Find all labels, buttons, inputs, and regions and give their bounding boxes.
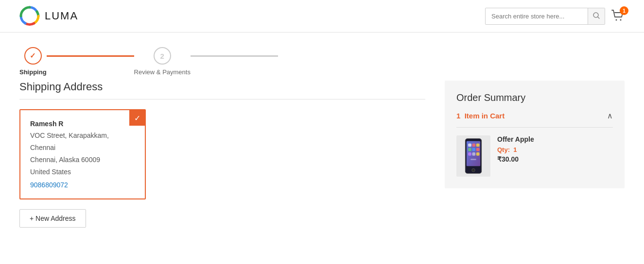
step-line-2 (191, 55, 278, 57)
svg-rect-9 (472, 144, 476, 147)
chevron-up-icon[interactable]: ∧ (607, 111, 613, 120)
step-1-circle: ✓ (24, 47, 42, 65)
cart-count-label: Item in Cart (465, 112, 505, 120)
order-summary: Order Summary 1 Item in Cart ∧ (445, 81, 625, 188)
cart-item-details: Offer Apple Qty: 1 ₹30.00 (497, 135, 613, 163)
qty-value: 1 (513, 146, 517, 153)
step-shipping: ✓ Shipping (19, 47, 47, 76)
checkout-steps: ✓ Shipping 2 Review & Payments (0, 33, 644, 81)
svg-rect-12 (472, 148, 476, 151)
svg-rect-13 (476, 148, 480, 151)
cart-item-row: Offer Apple Qty: 1 ₹30.00 (456, 135, 613, 177)
new-address-button[interactable]: + New Address (19, 209, 86, 228)
cart-icon-wrap[interactable]: 1 (611, 9, 625, 23)
svg-rect-15 (472, 152, 476, 156)
cart-count-row: 1 Item in Cart ∧ (456, 111, 613, 128)
cart-item-price: ₹30.00 (497, 155, 613, 163)
svg-point-3 (616, 19, 617, 20)
address-phone: 9086809072 (30, 181, 135, 189)
cart-item-name: Offer Apple (497, 135, 613, 143)
svg-rect-11 (468, 148, 471, 151)
svg-point-19 (472, 168, 475, 172)
section-title: Shipping Address (19, 81, 425, 99)
cart-count-number: 1 (456, 112, 460, 120)
step-line (47, 55, 134, 57)
svg-point-4 (620, 19, 622, 20)
cart-item-qty: Qty: 1 (497, 146, 613, 153)
order-summary-title: Order Summary (456, 92, 613, 103)
address-card[interactable]: ✓ Ramesh R VOC Street, Karapakkam, Chenn… (19, 109, 146, 199)
address-line2: Chennai (30, 143, 135, 153)
luma-logo-icon (19, 6, 40, 26)
search-button[interactable] (588, 8, 605, 24)
left-panel: Shipping Address ✓ Ramesh R VOC Street, … (19, 81, 425, 228)
step-2-circle: 2 (154, 47, 171, 65)
svg-rect-10 (476, 144, 480, 147)
search-icon (593, 12, 600, 19)
svg-rect-8 (468, 144, 471, 147)
search-bar (485, 8, 605, 25)
cart-badge: 1 (620, 6, 628, 15)
step-review-payments: 2 Review & Payments (134, 47, 191, 76)
logo-area: LUMA (19, 6, 78, 26)
step-1-label: Shipping (19, 68, 47, 76)
header: LUMA 1 (0, 0, 644, 33)
address-line3: Chennai, Alaska 60009 (30, 155, 135, 165)
cart-item-image (456, 135, 490, 177)
svg-line-2 (598, 16, 600, 18)
svg-rect-17 (470, 159, 476, 160)
svg-rect-18 (470, 139, 476, 141)
address-line1: VOC Street, Karapakkam, (30, 131, 135, 141)
main-content: Shipping Address ✓ Ramesh R VOC Street, … (0, 81, 644, 247)
cart-count-text: 1 Item in Cart (456, 112, 505, 120)
address-country: United States (30, 167, 135, 177)
header-right: 1 (485, 8, 625, 25)
svg-rect-14 (468, 152, 471, 156)
right-panel: Order Summary 1 Item in Cart ∧ (445, 81, 625, 188)
svg-rect-16 (476, 152, 480, 156)
search-input[interactable] (486, 9, 588, 24)
qty-label: Qty: (497, 146, 510, 153)
step-2-label: Review & Payments (134, 68, 191, 76)
address-name: Ramesh R (30, 120, 135, 128)
logo-text: LUMA (45, 10, 78, 22)
product-image-svg (461, 138, 486, 174)
address-check-icon: ✓ (129, 110, 145, 126)
